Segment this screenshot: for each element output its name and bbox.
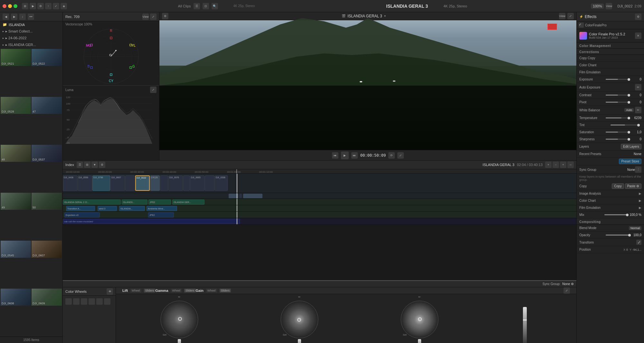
islandia-clip[interactable]: ISLANDIA...: [119, 206, 145, 211]
wheel-ctrl-2[interactable]: [73, 298, 80, 305]
gain-sliders-tab[interactable]: Sliders: [220, 289, 231, 292]
audio-clip-islandia-2[interactable]: ISLANDIA GERAL 2 Cl...: [63, 199, 121, 205]
blend-mode-select[interactable]: Normal: [629, 226, 641, 230]
nav-right-icon[interactable]: ▶: [11, 14, 17, 20]
library-item[interactable]: 📁 ISLANDIA: [0, 21, 62, 28]
wheels-eye-icon[interactable]: 👁: [107, 288, 113, 295]
wheel-ctrl-4[interactable]: [89, 298, 95, 305]
skip-back-icon[interactable]: ⏮: [332, 152, 338, 159]
all-clips-selector[interactable]: All Clips: [178, 4, 191, 8]
ambienta-clip[interactable]: Ambienta Wind...: [147, 206, 177, 211]
clip-block[interactable]: DJI_0436: [63, 175, 77, 191]
fullscreen-button[interactable]: [14, 4, 17, 8]
gamma-master-track[interactable]: [298, 339, 301, 343]
minimize-button[interactable]: [8, 4, 12, 8]
index-button[interactable]: Index: [65, 163, 74, 167]
sat-slider[interactable]: [606, 132, 630, 133]
edit-layers-btn[interactable]: Edit Layers: [621, 144, 641, 149]
gamma-sliders-tab[interactable]: Sliders: [184, 289, 196, 292]
wheels-expand-icon[interactable]: ⤢: [564, 287, 570, 294]
audio-clip-islandia-ger[interactable]: ISLANDIA GER...: [172, 199, 204, 205]
transform-expand-icon[interactable]: ⤢: [636, 240, 641, 245]
lift-pencil-icon[interactable]: ✏: [178, 295, 181, 299]
list-view-icon[interactable]: ☰: [194, 3, 200, 9]
thumb-dji0609[interactable]: DJI_0609: [32, 289, 62, 306]
transition-a-clip[interactable]: Transition A...: [66, 206, 95, 211]
clip-block[interactable]: DJI_0336: [215, 175, 228, 191]
tint-slider[interactable]: [611, 125, 640, 125]
thumb-48[interactable]: 48: [1, 145, 31, 162]
audio-clip-jpe2[interactable]: JPE2: [148, 199, 171, 205]
scope-view-btn[interactable]: View: [142, 14, 149, 20]
gamma-wheel-svg[interactable]: Set: [280, 300, 319, 339]
film-emulation-prop-row[interactable]: Film Emulation ▶: [577, 204, 644, 211]
clip-selected-dji0022[interactable]: DJI_0022: [135, 175, 150, 191]
gain-master-track[interactable]: [418, 339, 421, 343]
transform-row[interactable]: Transform ⤢: [577, 239, 644, 246]
color-picker-indicator[interactable]: [547, 23, 557, 30]
preset-store-btn[interactable]: Preset Store: [619, 159, 641, 164]
pivot-slider[interactable]: [606, 102, 630, 103]
checkbox-icon[interactable]: ✓: [579, 23, 584, 28]
color-chart-row[interactable]: Color Chart ▶: [577, 197, 644, 204]
clip-block[interactable]: DJI_0556: [78, 175, 92, 191]
temp-slider[interactable]: [606, 117, 630, 118]
project-folder-item[interactable]: ▸ ▸ ISLANDIA GER...: [0, 42, 62, 48]
tl-grid-icon[interactable]: ⊞: [84, 162, 90, 168]
grid-view-icon[interactable]: ⊡: [203, 3, 209, 9]
app-icon[interactable]: ◈: [61, 3, 67, 9]
clip-block[interactable]: DJI_0976: [168, 175, 183, 191]
clip-block[interactable]: DJI_0607: [110, 175, 125, 191]
wb-auto-btn[interactable]: Auto: [624, 108, 634, 112]
tl-auto-fit-icon[interactable]: ↔: [567, 162, 574, 168]
luma-expand-icon[interactable]: ⤢: [150, 87, 156, 93]
close-button[interactable]: [3, 4, 6, 8]
thumb-dji0522[interactable]: DJI_0522: [32, 49, 62, 66]
opacity-slider[interactable]: [606, 235, 630, 236]
expedition-clip[interactable]: Expulsion x3: [64, 212, 100, 218]
loop-icon[interactable]: ⟳: [388, 152, 395, 159]
extra-slider-1[interactable]: [523, 307, 527, 343]
search-icon[interactable]: 🔍: [212, 3, 218, 9]
scope-expand-icon[interactable]: ⤢: [150, 14, 156, 20]
nav-left-icon[interactable]: ◀: [3, 14, 9, 20]
paste-btn[interactable]: Paste ⚙: [625, 183, 641, 189]
media-icon[interactable]: ▶: [30, 3, 36, 9]
mix-slider[interactable]: [604, 214, 628, 215]
gamma-wheel-tab[interactable]: Wheel: [171, 289, 182, 292]
gain-wheel-svg[interactable]: Set: [400, 300, 439, 339]
jpe2-clip-2[interactable]: JPE2: [148, 212, 174, 218]
wheel-ctrl-1[interactable]: [65, 298, 72, 305]
timeline-tracks-container[interactable]: DJI_0436 DJI_0556 DJI_0798 DJI_0607 DJI_…: [63, 174, 576, 280]
smart-collection-item[interactable]: ▸ ▸ Smart Collect...: [0, 28, 62, 35]
lift-wheel-tab[interactable]: Wheel: [130, 289, 141, 292]
wb-picker-icon[interactable]: ✏: [635, 107, 641, 113]
play-icon[interactable]: ▶: [341, 152, 349, 159]
clip-block[interactable]: [243, 194, 262, 198]
thumb-dji0528[interactable]: DJI_0528: [1, 97, 31, 114]
settings-icon[interactable]: ⚙: [37, 3, 44, 9]
clip-block[interactable]: [160, 175, 168, 191]
lift-master-track[interactable]: [178, 339, 181, 343]
exposure-slider[interactable]: [606, 79, 630, 80]
audio-clip-islandia[interactable]: ISLANDS...: [122, 199, 147, 205]
image-analysis-row[interactable]: Image Analysis ▶: [577, 190, 644, 197]
cfpro-close-icon[interactable]: ✕: [635, 32, 641, 39]
contrast-slider[interactable]: [606, 95, 630, 96]
grid-icon[interactable]: ⊞: [22, 3, 28, 9]
sync-group-value[interactable]: None ⚙: [562, 282, 574, 286]
more-icon[interactable]: •••: [28, 14, 34, 20]
copy-btn[interactable]: Copy: [612, 183, 624, 189]
thumb-49[interactable]: 49: [1, 193, 31, 210]
sharp-slider[interactable]: [606, 139, 630, 140]
share-icon[interactable]: ↑: [45, 3, 52, 9]
tl-settings-icon[interactable]: ⚙: [99, 162, 105, 168]
wheel-ctrl-3[interactable]: [81, 298, 87, 305]
thumb-dji0608[interactable]: DJI_0608: [1, 289, 31, 306]
clip-block[interactable]: DJI_0798: [92, 175, 110, 191]
tl-zoom-out-icon[interactable]: −: [553, 162, 559, 168]
skip-forward-icon[interactable]: ⏭: [351, 152, 358, 159]
thumb-dji0545[interactable]: DJI_0545: [1, 241, 31, 258]
sync-group-menu-icon[interactable]: ⋮: [635, 166, 641, 173]
tl-add-icon[interactable]: +: [545, 162, 552, 168]
